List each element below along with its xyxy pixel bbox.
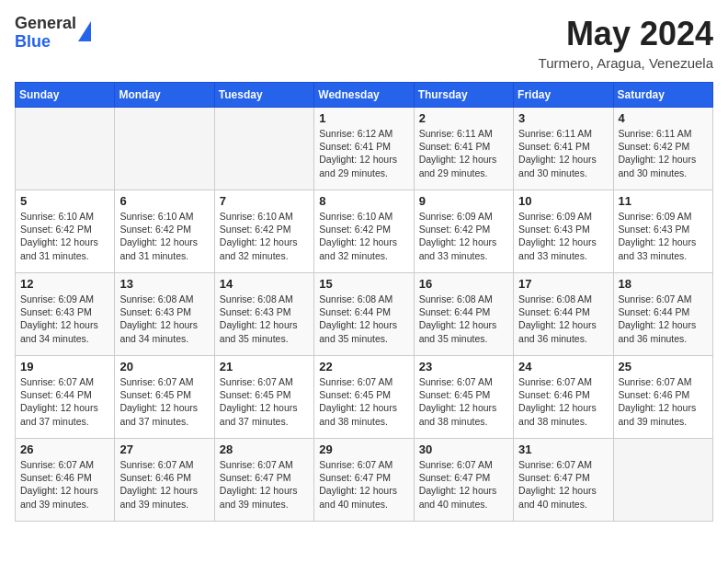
day-number: 9 bbox=[419, 194, 508, 208]
day-number: 28 bbox=[220, 442, 309, 456]
day-number: 26 bbox=[20, 442, 109, 456]
calendar-cell: 21Sunrise: 6:07 AM Sunset: 6:45 PM Dayli… bbox=[214, 356, 313, 439]
calendar-cell: 27Sunrise: 6:07 AM Sunset: 6:46 PM Dayli… bbox=[115, 439, 214, 522]
page-header: General Blue May 2024 Turmero, Aragua, V… bbox=[15, 15, 713, 71]
day-info: Sunrise: 6:07 AM Sunset: 6:47 PM Dayligh… bbox=[319, 458, 408, 511]
calendar-cell: 10Sunrise: 6:09 AM Sunset: 6:43 PM Dayli… bbox=[514, 190, 613, 273]
day-info: Sunrise: 6:07 AM Sunset: 6:45 PM Dayligh… bbox=[220, 375, 309, 428]
calendar-cell: 12Sunrise: 6:09 AM Sunset: 6:43 PM Dayli… bbox=[16, 273, 115, 356]
day-number: 8 bbox=[319, 194, 408, 208]
day-number: 1 bbox=[319, 111, 408, 125]
calendar-cell: 23Sunrise: 6:07 AM Sunset: 6:45 PM Dayli… bbox=[414, 356, 513, 439]
day-info: Sunrise: 6:07 AM Sunset: 6:45 PM Dayligh… bbox=[319, 375, 408, 428]
calendar-cell: 4Sunrise: 6:11 AM Sunset: 6:42 PM Daylig… bbox=[613, 108, 712, 190]
calendar-cell: 2Sunrise: 6:11 AM Sunset: 6:41 PM Daylig… bbox=[414, 108, 513, 190]
calendar-table: SundayMondayTuesdayWednesdayThursdayFrid… bbox=[15, 82, 713, 522]
month-title: May 2024 bbox=[539, 15, 713, 53]
day-number: 19 bbox=[20, 360, 109, 373]
day-number: 3 bbox=[518, 111, 608, 125]
day-info: Sunrise: 6:11 AM Sunset: 6:41 PM Dayligh… bbox=[419, 127, 508, 179]
calendar-cell: 18Sunrise: 6:07 AM Sunset: 6:44 PM Dayli… bbox=[613, 273, 712, 356]
calendar-cell: 11Sunrise: 6:09 AM Sunset: 6:43 PM Dayli… bbox=[613, 190, 712, 273]
calendar-cell: 7Sunrise: 6:10 AM Sunset: 6:42 PM Daylig… bbox=[214, 190, 313, 273]
weekday-header-friday: Friday bbox=[514, 83, 613, 108]
weekday-header-saturday: Saturday bbox=[613, 83, 712, 108]
day-info: Sunrise: 6:08 AM Sunset: 6:44 PM Dayligh… bbox=[419, 293, 508, 345]
weekday-header-sunday: Sunday bbox=[16, 83, 115, 108]
day-number: 13 bbox=[119, 277, 209, 291]
calendar-header: SundayMondayTuesdayWednesdayThursdayFrid… bbox=[16, 83, 713, 108]
day-number: 16 bbox=[419, 277, 508, 291]
day-info: Sunrise: 6:08 AM Sunset: 6:43 PM Dayligh… bbox=[220, 293, 309, 345]
day-info: Sunrise: 6:07 AM Sunset: 6:46 PM Dayligh… bbox=[518, 375, 608, 428]
calendar-cell: 24Sunrise: 6:07 AM Sunset: 6:46 PM Dayli… bbox=[514, 356, 613, 439]
day-number: 29 bbox=[319, 442, 408, 456]
calendar-cell: 19Sunrise: 6:07 AM Sunset: 6:44 PM Dayli… bbox=[16, 356, 115, 439]
day-info: Sunrise: 6:07 AM Sunset: 6:45 PM Dayligh… bbox=[419, 375, 508, 428]
calendar-cell: 3Sunrise: 6:11 AM Sunset: 6:41 PM Daylig… bbox=[514, 108, 613, 190]
day-number: 24 bbox=[518, 360, 608, 373]
day-number: 7 bbox=[220, 194, 309, 208]
day-number: 20 bbox=[119, 360, 209, 373]
calendar-cell: 29Sunrise: 6:07 AM Sunset: 6:47 PM Dayli… bbox=[314, 439, 414, 522]
location-subtitle: Turmero, Aragua, Venezuela bbox=[539, 55, 713, 71]
logo-blue: Blue bbox=[15, 32, 51, 51]
day-info: Sunrise: 6:08 AM Sunset: 6:44 PM Dayligh… bbox=[518, 293, 608, 345]
calendar-cell: 26Sunrise: 6:07 AM Sunset: 6:46 PM Dayli… bbox=[16, 439, 115, 522]
day-info: Sunrise: 6:07 AM Sunset: 6:44 PM Dayligh… bbox=[20, 375, 109, 428]
day-info: Sunrise: 6:09 AM Sunset: 6:42 PM Dayligh… bbox=[419, 210, 508, 262]
day-number: 11 bbox=[619, 194, 708, 208]
day-info: Sunrise: 6:07 AM Sunset: 6:47 PM Dayligh… bbox=[419, 458, 508, 511]
day-info: Sunrise: 6:12 AM Sunset: 6:41 PM Dayligh… bbox=[319, 127, 408, 179]
day-info: Sunrise: 6:10 AM Sunset: 6:42 PM Dayligh… bbox=[319, 210, 408, 262]
day-number: 25 bbox=[619, 360, 708, 373]
calendar-cell: 31Sunrise: 6:07 AM Sunset: 6:47 PM Dayli… bbox=[514, 439, 613, 522]
calendar-cell: 6Sunrise: 6:10 AM Sunset: 6:42 PM Daylig… bbox=[115, 190, 214, 273]
calendar-cell: 5Sunrise: 6:10 AM Sunset: 6:42 PM Daylig… bbox=[16, 190, 115, 273]
calendar-week-4: 19Sunrise: 6:07 AM Sunset: 6:44 PM Dayli… bbox=[16, 356, 713, 439]
weekday-header-tuesday: Tuesday bbox=[214, 83, 313, 108]
day-info: Sunrise: 6:10 AM Sunset: 6:42 PM Dayligh… bbox=[220, 210, 309, 262]
calendar-cell: 13Sunrise: 6:08 AM Sunset: 6:43 PM Dayli… bbox=[115, 273, 214, 356]
day-info: Sunrise: 6:09 AM Sunset: 6:43 PM Dayligh… bbox=[20, 293, 109, 345]
calendar-cell bbox=[214, 108, 313, 190]
weekday-header-monday: Monday bbox=[115, 83, 214, 108]
calendar-cell: 8Sunrise: 6:10 AM Sunset: 6:42 PM Daylig… bbox=[314, 190, 414, 273]
day-info: Sunrise: 6:09 AM Sunset: 6:43 PM Dayligh… bbox=[619, 210, 708, 262]
calendar-cell bbox=[16, 108, 115, 190]
calendar-cell: 25Sunrise: 6:07 AM Sunset: 6:46 PM Dayli… bbox=[613, 356, 712, 439]
calendar-cell: 14Sunrise: 6:08 AM Sunset: 6:43 PM Dayli… bbox=[214, 273, 313, 356]
calendar-week-5: 26Sunrise: 6:07 AM Sunset: 6:46 PM Dayli… bbox=[16, 439, 713, 522]
calendar-week-3: 12Sunrise: 6:09 AM Sunset: 6:43 PM Dayli… bbox=[16, 273, 713, 356]
weekday-header-thursday: Thursday bbox=[414, 83, 513, 108]
day-info: Sunrise: 6:07 AM Sunset: 6:45 PM Dayligh… bbox=[119, 375, 209, 428]
logo: General Blue bbox=[15, 15, 91, 52]
calendar-body: 1Sunrise: 6:12 AM Sunset: 6:41 PM Daylig… bbox=[16, 108, 713, 522]
weekday-header-wednesday: Wednesday bbox=[314, 83, 414, 108]
day-number: 21 bbox=[220, 360, 309, 373]
day-info: Sunrise: 6:07 AM Sunset: 6:47 PM Dayligh… bbox=[518, 458, 608, 511]
day-info: Sunrise: 6:11 AM Sunset: 6:42 PM Dayligh… bbox=[619, 127, 708, 179]
day-number: 22 bbox=[319, 360, 408, 373]
day-info: Sunrise: 6:07 AM Sunset: 6:44 PM Dayligh… bbox=[619, 293, 708, 345]
day-number: 15 bbox=[319, 277, 408, 291]
day-number: 27 bbox=[119, 442, 209, 456]
day-number: 23 bbox=[419, 360, 508, 373]
day-number: 30 bbox=[419, 442, 508, 456]
calendar-cell: 9Sunrise: 6:09 AM Sunset: 6:42 PM Daylig… bbox=[414, 190, 513, 273]
calendar-cell: 16Sunrise: 6:08 AM Sunset: 6:44 PM Dayli… bbox=[414, 273, 513, 356]
calendar-cell: 20Sunrise: 6:07 AM Sunset: 6:45 PM Dayli… bbox=[115, 356, 214, 439]
day-number: 10 bbox=[518, 194, 608, 208]
calendar-cell bbox=[115, 108, 214, 190]
day-info: Sunrise: 6:07 AM Sunset: 6:46 PM Dayligh… bbox=[20, 458, 109, 511]
day-number: 18 bbox=[619, 277, 708, 291]
day-info: Sunrise: 6:08 AM Sunset: 6:43 PM Dayligh… bbox=[119, 293, 209, 345]
day-number: 5 bbox=[20, 194, 109, 208]
day-info: Sunrise: 6:08 AM Sunset: 6:44 PM Dayligh… bbox=[319, 293, 408, 345]
day-number: 12 bbox=[20, 277, 109, 291]
day-number: 4 bbox=[619, 111, 708, 125]
title-block: May 2024 Turmero, Aragua, Venezuela bbox=[539, 15, 713, 71]
day-number: 17 bbox=[518, 277, 608, 291]
calendar-cell: 15Sunrise: 6:08 AM Sunset: 6:44 PM Dayli… bbox=[314, 273, 414, 356]
day-number: 2 bbox=[419, 111, 508, 125]
